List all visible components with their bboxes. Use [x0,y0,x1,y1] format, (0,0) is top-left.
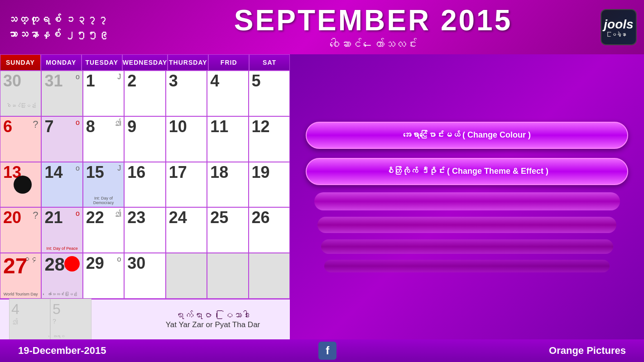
header-center: SEPTEMBER 2015 ဝါဆောင် – တော်သလင်း [110,4,601,51]
cell-sep-7[interactable]: 7 ο [41,116,82,162]
event-world-tourism: World Tourism Day [2,292,39,296]
date-num: 23 [127,208,145,227]
nakhat-myanmar: ရက်ရာဇာ၊ ပြသာဒါး [145,310,281,320]
facebook-icon[interactable]: f [318,342,336,360]
cell-sep-30[interactable]: 30 [124,253,165,299]
footer-date: 19-December-2015 [18,345,106,357]
date-num: 5 [252,71,261,90]
date-num: 4 [11,301,19,317]
lunar-text: ? [53,318,89,325]
cell-sep-3[interactable]: 3 [166,71,207,116]
fb-letter: f [326,344,329,357]
date-num: 25 [210,208,228,227]
cell-sep-27[interactable]: 27 ၁၄ World Tourism Day [0,253,41,299]
cell-sep-25[interactable]: 25 [207,207,248,253]
cell-sep-21[interactable]: 21 ο Int: Day of Peace [41,207,82,253]
date-num: 3 [169,71,178,90]
date-num: 8 [86,117,95,136]
date-num: 9 [127,117,136,136]
cell-sep-20[interactable]: 20 ? [0,207,41,253]
cell-sep-23[interactable]: 23 [124,207,165,253]
day-header-sunday: SUNDAY [0,54,41,71]
cell-sep-17[interactable]: 17 [166,162,207,208]
date-num: 15 [86,163,104,181]
lunar-text: ο [76,210,80,218]
menu-button-2[interactable]: စိတ်ကြိုက် ဒီဇိုင်း ( Change Theme & Eff… [306,158,629,185]
date-num: 20 [3,208,21,227]
date-num: 24 [169,208,187,227]
cell-sep-4[interactable]: 4 [207,71,248,116]
cell-sep-19[interactable]: 19 [249,162,290,208]
menu-item-6[interactable] [324,260,610,272]
full-moon-red-icon [64,256,80,272]
cell-oct-3[interactable] [249,253,290,299]
cell-sep-10[interactable]: 10 [166,116,207,162]
lunar-text: ο [117,255,121,263]
date-num: 11 [210,117,228,136]
footer-bar: 19-December-2015 f Orange Pictures [0,339,644,362]
cell-sep-14[interactable]: 14 ο [41,162,82,208]
date-num: 12 [252,117,270,136]
month-year-title: SEPTEMBER 2015 [146,4,601,37]
logo-sub-text: ပြကွဲနာ [611,32,626,38]
menu-item-3[interactable] [314,192,620,210]
cell-sep-13[interactable]: 13 [0,162,41,208]
cell-sep-22[interactable]: 22 ဤ [83,207,124,253]
date-num: 4 [210,71,219,90]
lunar-text: ဝါဆင်လပြည် [3,103,38,108]
date-num: 7 [44,117,53,136]
cell-sep-9[interactable]: 9 [124,116,165,162]
cell-sep-11[interactable]: 11 [207,116,248,162]
menu-item-4[interactable] [317,217,616,233]
cell-sep-26[interactable]: 26 [249,207,290,253]
cell-oct-5[interactable]: 5 ? ဆောရာဝေး [50,299,91,340]
day-header-wednesday: WEDNESDAY [122,54,168,71]
cell-sep-18[interactable]: 18 [207,162,248,208]
lunar-text: J [117,164,121,172]
date-num: 31 [44,71,62,90]
myanmar-year-line1: သတ္တုရစ် ၁၃၇၇ [7,12,110,27]
lunar-text: ? [33,210,38,221]
date-num: 2 [127,71,136,90]
lunar-text: ဤ [114,119,121,127]
day-headers-row: SUNDAY MONDAY TUESDAY WEDNESDAY THURSDAY… [0,54,290,71]
lunar-text: ? [33,119,38,130]
cell-sep-2[interactable]: 2 [124,71,165,116]
date-num: 30 [127,254,145,272]
cell-sep-28[interactable]: 28 တော်သလင်းလပြည် [41,253,82,299]
cell-sep-12[interactable]: 12 [249,116,290,162]
cell-sep-29[interactable]: 29 ο [83,253,124,299]
lunar-text: ဤ [114,210,121,218]
cell-sep-24[interactable]: 24 [166,207,207,253]
date-num: 18 [210,163,228,181]
lunar-text: ο [76,119,80,127]
calendar-grid: 30 ဝါဆင်လပြည် 31 ο 1 J 2 3 4 [0,71,290,299]
event-day-democracy: Int: Day of Democracy [85,196,122,205]
cell-oct-2[interactable] [207,253,248,299]
cell-sep-8[interactable]: 8 ဤ [83,116,124,162]
cell-sep-15[interactable]: 15 J Int: Day of Democracy [83,162,124,208]
menu-item-5[interactable] [321,239,613,254]
cell-sep-6[interactable]: 6 ? [0,116,41,162]
date-num: 29 [86,254,104,272]
event-text: ဆောရာဝေး [53,334,89,338]
date-num: 10 [169,117,187,136]
date-num: 17 [169,163,187,181]
event-taw-thalin: တော်သလင်းလပြည် [43,292,80,296]
menu-button-1[interactable]: အရောင်ပြောင်းမယ် ( Change Colour ) [306,122,629,149]
menu-button-2-label: စိတ်ကြိုက် ဒီဇိုင်း ( Change Theme & Eff… [385,167,548,176]
date-num: 26 [252,208,270,227]
cell-sep-16[interactable]: 16 [124,162,165,208]
day-header-monday: MONDAY [41,54,82,71]
day-header-tuesday: TUESDAY [82,54,122,71]
cell-aug-30[interactable]: 30 ဝါဆင်လပြည် [0,71,41,116]
cell-aug-31[interactable]: 31 ο [41,71,82,116]
day-header-friday: FRID [208,54,249,71]
cell-sep-1[interactable]: 1 J [83,71,124,116]
cell-oct-1[interactable] [166,253,207,299]
cell-sep-5[interactable]: 5 [249,71,290,116]
full-moon-icon [14,176,32,194]
cell-oct-4[interactable]: 4 ဤ [9,299,50,340]
lunar-text: ο [76,164,80,172]
date-num: 28 [44,254,65,274]
